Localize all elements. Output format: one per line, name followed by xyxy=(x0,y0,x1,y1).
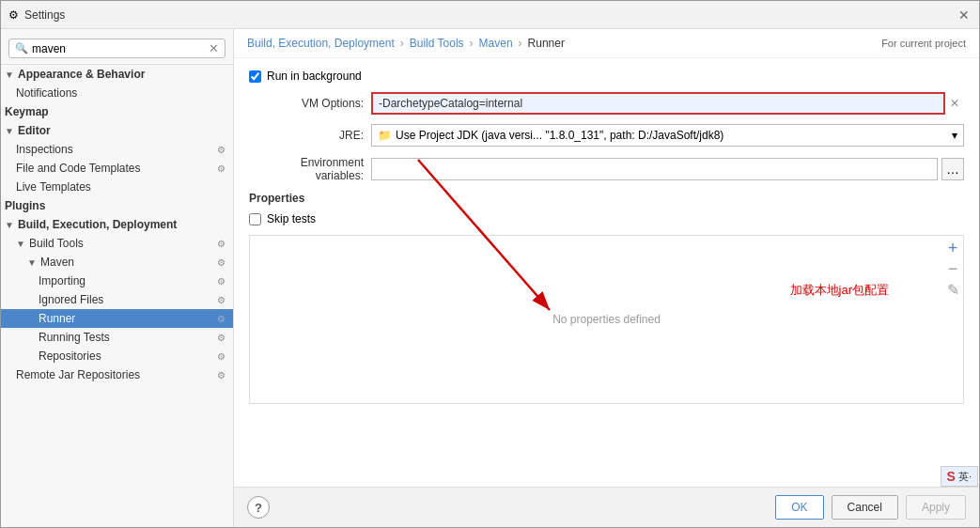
breadcrumb-part-2: Build Tools xyxy=(410,37,464,50)
skip-tests-label[interactable]: Skip tests xyxy=(267,212,316,225)
sidebar-item-label: Appearance & Behavior xyxy=(18,68,145,81)
sidebar-item-label: Editor xyxy=(18,124,51,137)
sidebar-item-label: Plugins xyxy=(5,199,45,212)
ok-button[interactable]: OK xyxy=(775,495,823,520)
sidebar-item-label: Runner xyxy=(39,312,75,325)
no-properties-text: No properties defined xyxy=(250,236,963,403)
sidebar-item-maven[interactable]: ▼ Maven ⚙ xyxy=(1,253,233,272)
sidebar-item-label: Inspections xyxy=(16,143,73,156)
jre-folder-icon: 📁 xyxy=(378,129,392,142)
sidebar-item-label: Notifications xyxy=(16,86,77,100)
settings-indicator-icon: ⚙ xyxy=(217,333,226,343)
sidebar-item-label: Running Tests xyxy=(39,331,110,344)
settings-indicator-icon: ⚙ xyxy=(217,295,226,305)
sidebar-item-runner[interactable]: Runner ⚙ xyxy=(1,309,233,328)
sidebar-item-keymap[interactable]: Keymap xyxy=(1,102,233,121)
settings-indicator-icon: ⚙ xyxy=(217,163,226,174)
sidebar-item-label: Live Templates xyxy=(16,180,91,194)
search-input[interactable] xyxy=(32,42,205,55)
add-property-button[interactable]: + xyxy=(943,239,962,257)
ime-text: 英· xyxy=(958,470,972,484)
run-background-row: Run in background xyxy=(249,70,964,83)
collapse-icon: ▼ xyxy=(16,239,25,249)
search-wrapper: 🔍 ✕ xyxy=(8,39,226,58)
sidebar-item-label: Build Tools xyxy=(29,237,84,250)
sidebar-item-label: Keymap xyxy=(5,105,49,118)
sidebar-item-importing[interactable]: Importing ⚙ xyxy=(1,272,233,290)
sidebar-item-running-tests[interactable]: Running Tests ⚙ xyxy=(1,328,233,347)
jre-row: JRE: 📁 Use Project JDK (java versi... "1… xyxy=(249,124,964,147)
sidebar-item-build-tools[interactable]: ▼ Build Tools ⚙ xyxy=(1,234,233,253)
collapse-icon: ▼ xyxy=(5,70,14,80)
jre-value-text: Use Project JDK (java versi... "1.8.0_13… xyxy=(396,129,723,142)
breadcrumb-part-1: Build, Execution, Deployment xyxy=(247,37,395,50)
sidebar-item-label: Maven xyxy=(40,256,74,269)
for-current-project-label: For current project xyxy=(881,38,966,49)
settings-indicator-icon: ⚙ xyxy=(217,257,226,268)
remove-property-button[interactable]: − xyxy=(943,259,962,278)
sidebar-item-file-code-templates[interactable]: File and Code Templates ⚙ xyxy=(1,159,233,178)
vm-options-input[interactable] xyxy=(371,92,945,115)
sidebar-item-label: Ignored Files xyxy=(39,293,103,306)
breadcrumb-sep-2: › xyxy=(470,37,474,50)
run-background-label[interactable]: Run in background xyxy=(267,70,362,83)
settings-indicator-icon: ⚙ xyxy=(217,370,226,380)
env-vars-row: Environment variables: … xyxy=(249,156,964,182)
close-button[interactable]: ✕ xyxy=(957,8,972,23)
sidebar-item-inspections[interactable]: Inspections ⚙ xyxy=(1,140,233,159)
breadcrumb-sep-1: › xyxy=(400,37,404,50)
env-vars-label: Environment variables: xyxy=(249,156,371,182)
settings-body: Run in background VM Options: ✕ JRE: 📁 U… xyxy=(234,58,979,487)
settings-indicator-icon: ⚙ xyxy=(217,145,226,155)
jre-select-value: 📁 Use Project JDK (java versi... "1.8.0_… xyxy=(378,129,723,142)
search-box: 🔍 ✕ xyxy=(1,33,233,65)
edit-property-button[interactable]: ✎ xyxy=(943,280,962,299)
sidebar-item-build-exec-deploy[interactable]: ▼ Build, Execution, Deployment xyxy=(1,215,233,234)
sidebar-item-notifications[interactable]: Notifications xyxy=(1,84,233,102)
sidebar-item-appearance[interactable]: ▼ Appearance & Behavior xyxy=(1,65,233,84)
run-background-checkbox[interactable] xyxy=(249,70,261,83)
sidebar-item-live-templates[interactable]: Live Templates xyxy=(1,178,233,196)
collapse-icon: ▼ xyxy=(5,126,14,136)
ime-badge: S 英· xyxy=(941,466,978,487)
settings-icon: ⚙ xyxy=(8,8,19,22)
title-bar-left: ⚙ Settings xyxy=(8,8,65,22)
settings-indicator-icon: ⚙ xyxy=(217,314,226,324)
clear-search-button[interactable]: ✕ xyxy=(209,41,219,55)
jre-select[interactable]: 📁 Use Project JDK (java versi... "1.8.0_… xyxy=(371,124,964,147)
sidebar-item-label: Remote Jar Repositories xyxy=(16,368,140,381)
sidebar-item-label: Importing xyxy=(39,274,86,287)
sidebar-item-remote-jar[interactable]: Remote Jar Repositories ⚙ xyxy=(1,365,233,384)
dialog-footer: ? OK Cancel Apply xyxy=(234,487,979,527)
env-vars-edit-button[interactable]: … xyxy=(941,158,964,180)
settings-indicator-icon: ⚙ xyxy=(217,239,226,249)
sidebar-item-editor[interactable]: ▼ Editor xyxy=(1,121,233,140)
main-content: 🔍 ✕ ▼ Appearance & Behavior Notification… xyxy=(1,29,979,527)
sidebar-item-label: Build, Execution, Deployment xyxy=(18,218,177,231)
sidebar-item-plugins[interactable]: Plugins xyxy=(1,196,233,215)
sidebar-item-label: Repositories xyxy=(39,349,101,363)
vm-options-row: VM Options: ✕ xyxy=(249,92,964,115)
properties-container: No properties defined + − ✎ xyxy=(249,235,964,404)
sidebar-item-repositories[interactable]: Repositories ⚙ xyxy=(1,347,233,365)
search-icon: 🔍 xyxy=(15,42,28,54)
vm-options-clear-button[interactable]: ✕ xyxy=(945,97,964,110)
window-title: Settings xyxy=(24,8,65,22)
properties-section-title: Properties xyxy=(249,192,964,205)
right-panel: Build, Execution, Deployment › Build Too… xyxy=(234,29,979,527)
apply-button[interactable]: Apply xyxy=(906,495,966,520)
skip-tests-row: Skip tests xyxy=(249,212,964,225)
sidebar-item-label: File and Code Templates xyxy=(16,162,141,175)
skip-tests-checkbox[interactable] xyxy=(249,213,261,225)
sidebar-item-ignored-files[interactable]: Ignored Files ⚙ xyxy=(1,290,233,309)
breadcrumb: Build, Execution, Deployment › Build Too… xyxy=(234,29,979,58)
settings-dialog: ⚙ Settings ✕ 🔍 ✕ ▼ Appearance & Behavior… xyxy=(0,0,980,528)
jre-label: JRE: xyxy=(249,129,371,142)
properties-toolbar: + − ✎ xyxy=(938,235,968,303)
jre-dropdown-icon: ▾ xyxy=(952,129,957,142)
cancel-button[interactable]: Cancel xyxy=(832,495,898,520)
env-vars-input[interactable] xyxy=(371,158,938,180)
breadcrumb-current: Runner xyxy=(528,37,565,50)
help-button[interactable]: ? xyxy=(247,496,270,519)
properties-area: No properties defined xyxy=(249,235,964,404)
